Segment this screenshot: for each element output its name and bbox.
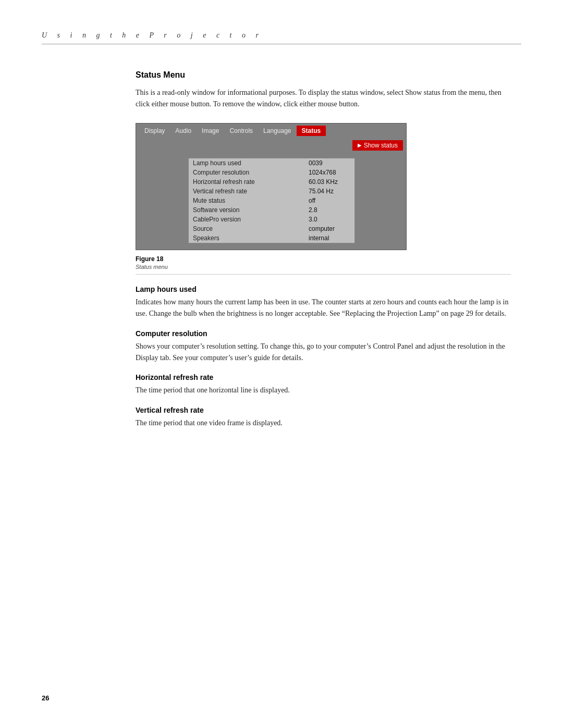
page-header: U s i n g t h e P r o j e c t o r (42, 31, 521, 44)
status-row-value: 0039 (309, 159, 350, 167)
subsection: Lamp hours usedIndicates how many hours … (136, 285, 511, 320)
subsections-container: Lamp hours usedIndicates how many hours … (136, 285, 511, 429)
status-row: Computer resolution1024x768 (189, 168, 354, 177)
subsection-heading: Lamp hours used (136, 285, 511, 293)
subsection-heading: Horizontal refresh rate (136, 373, 511, 381)
menu-bar: Display Audio Image Controls Language St… (136, 124, 406, 138)
show-status-button[interactable]: ▶ Show status (352, 140, 403, 151)
status-row-value: 1024x768 (309, 169, 350, 176)
status-row-label: CablePro version (193, 216, 309, 223)
status-row: Horizontal refresh rate60.03 KHz (189, 177, 354, 187)
subsection: Vertical refresh rateThe time period tha… (136, 406, 511, 429)
menu-item-display[interactable]: Display (139, 126, 170, 136)
show-status-row: ▶ Show status (136, 138, 406, 154)
menu-item-image[interactable]: Image (197, 126, 224, 136)
subsection-text: The time period that one video frame is … (136, 417, 511, 429)
status-row: Software version2.8 (189, 205, 354, 215)
status-row: CablePro version3.0 (189, 215, 354, 224)
menu-item-status[interactable]: Status (297, 126, 326, 136)
menu-screenshot: Display Audio Image Controls Language St… (136, 123, 407, 250)
status-row: Mute statusoff (189, 196, 354, 205)
show-status-arrow-icon: ▶ (358, 142, 362, 148)
status-row: Lamp hours used0039 (189, 158, 354, 168)
page-number: 26 (42, 694, 49, 702)
status-row-label: Speakers (193, 235, 309, 242)
menu-item-language[interactable]: Language (258, 126, 296, 136)
main-content: Status Menu This is a read-only window f… (136, 70, 511, 429)
page-container: U s i n g t h e P r o j e c t o r Status… (0, 0, 563, 728)
figure-caption: Status menu (136, 264, 511, 275)
status-row-value: off (309, 197, 350, 204)
figure-label: Figure 18 (136, 255, 511, 263)
subsection: Horizontal refresh rateThe time period t… (136, 373, 511, 396)
status-row: Speakersinternal (189, 233, 354, 243)
status-row-label: Lamp hours used (193, 159, 309, 167)
status-row-label: Source (193, 225, 309, 232)
subsection-text: The time period that one horizontal line… (136, 385, 511, 396)
status-row-label: Vertical refresh rate (193, 188, 309, 195)
intro-text: This is a read-only window for informati… (136, 87, 511, 110)
status-row-value: 3.0 (309, 216, 350, 223)
status-row-label: Software version (193, 206, 309, 214)
menu-item-audio[interactable]: Audio (170, 126, 197, 136)
subsection-heading: Vertical refresh rate (136, 406, 511, 414)
header-title: U s i n g t h e P r o j e c t o r (42, 31, 263, 40)
show-status-label: Show status (364, 142, 398, 149)
status-row-value: 75.04 Hz (309, 188, 350, 195)
status-row-value: 2.8 (309, 206, 350, 214)
status-row-label: Computer resolution (193, 169, 309, 176)
subsection-text: Shows your computer’s resolution setting… (136, 341, 511, 364)
status-table: Lamp hours used0039Computer resolution10… (188, 158, 355, 243)
status-table-area: Lamp hours used0039Computer resolution10… (136, 154, 406, 250)
status-row: Vertical refresh rate75.04 Hz (189, 187, 354, 196)
status-row-label: Horizontal refresh rate (193, 178, 309, 186)
subsection: Computer resolutionShows your computer’s… (136, 329, 511, 364)
section-heading: Status Menu (136, 70, 511, 80)
status-row-value: internal (309, 235, 350, 242)
status-row-value: 60.03 KHz (309, 178, 350, 186)
menu-item-controls[interactable]: Controls (224, 126, 258, 136)
subsection-text: Indicates how many hours the current lam… (136, 297, 511, 320)
status-row: Sourcecomputer (189, 224, 354, 233)
status-row-value: computer (309, 225, 350, 232)
subsection-heading: Computer resolution (136, 329, 511, 338)
status-row-label: Mute status (193, 197, 309, 204)
